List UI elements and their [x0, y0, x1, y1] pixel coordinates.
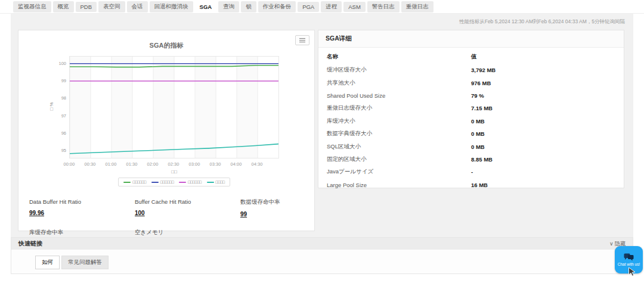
quick-links-title: 快速链接: [18, 240, 42, 248]
x-tick-label: 04:00: [226, 161, 246, 167]
tab-PGA[interactable]: PGA: [298, 2, 319, 12]
y-axis-label: □ %: [49, 102, 54, 110]
tab-警告日志[interactable]: 警告日志: [367, 1, 400, 13]
stat-block: Data Buffer Hit Ratio99.96: [29, 198, 135, 219]
tab-ASM[interactable]: ASM: [343, 2, 366, 12]
details-col-name: 名称: [327, 53, 471, 61]
x-tick-label: 01:00: [101, 161, 121, 167]
x-tick-label: 00:00: [59, 161, 79, 167]
stat-value-link[interactable]: 99: [240, 211, 247, 217]
stat-label: 空きメモリ: [135, 229, 240, 237]
details-row: Large Pool Size16 MB: [327, 179, 615, 191]
details-row: 共享池大小976 MB: [327, 76, 615, 89]
legend-item[interactable]: □□□□□□: [123, 180, 145, 184]
legend-dash-icon: [151, 182, 159, 183]
legend-item[interactable]: □□□□: [207, 180, 225, 184]
quick-links-header: 快速链接 ∨ 隐藏: [11, 238, 633, 250]
tab-监视器信息[interactable]: 监视器信息: [13, 1, 51, 13]
x-tick-label: 02:30: [163, 161, 184, 167]
legend-dash-icon: [179, 182, 186, 183]
x-tick-label: 03:00: [184, 161, 205, 167]
chart-title: SGA的指标: [18, 41, 314, 50]
top-tabs: 监视器信息概览PDB表空间会话回退和撤消块SGA查询锁作业和备份PGA进程ASM…: [13, 1, 435, 13]
details-row-value: 16 MB: [471, 182, 615, 188]
details-header-row: 名称 值: [327, 49, 615, 64]
details-row-value: 0 MB: [471, 144, 615, 150]
tab-进程[interactable]: 进程: [321, 1, 342, 13]
legend-series-name: □□□□□□: [132, 180, 145, 184]
page-root: 监视器信息概览PDB表空间会话回退和撤消块SGA查询锁作业和备份PGA进程ASM…: [0, 0, 644, 283]
tab-回退和撤消块[interactable]: 回退和撤消块: [150, 1, 193, 13]
details-row-value: 0 MB: [471, 118, 615, 125]
stat-label: 库缓存命中率: [29, 229, 135, 237]
chevron-down-icon: ∨: [609, 241, 614, 247]
details-row: 缓冲区缓存大小3,792 MB: [327, 64, 615, 76]
tab-锁[interactable]: 锁: [241, 1, 256, 13]
chat-bubbles-icon: [624, 253, 634, 261]
hide-label: 隐藏: [615, 241, 626, 247]
details-col-value: 值: [471, 53, 615, 61]
quick-links-tab-常见问题解答[interactable]: 常见问题解答: [61, 256, 109, 269]
details-row-value: 8.85 MB: [471, 156, 615, 163]
x-tick-label: 03:30: [205, 161, 225, 167]
details-row: 固定的区域大小8.85 MB: [327, 153, 615, 166]
x-tick-label: 01:30: [122, 161, 142, 167]
content-area: 性能指标从Feb 5,2024 12:30 AM到Feb 6,2024 04:3…: [11, 14, 633, 274]
details-row: 库缓冲大小0 MB: [327, 115, 615, 127]
stat-label: Data Buffer Hit Ratio: [29, 198, 135, 205]
details-row-name: 缓冲区缓存大小: [327, 66, 471, 74]
details-rows: 缓冲区缓存大小3,792 MB共享池大小976 MBShared Pool Us…: [327, 64, 615, 191]
legend-item[interactable]: □□□□□□: [151, 180, 174, 184]
stat-label: 数据缓存命中率: [240, 198, 309, 206]
details-row: 重做日志缓存大小7.15 MB: [327, 102, 615, 114]
details-row-value: 79 %: [471, 92, 615, 99]
x-axis-label: □□: [69, 169, 279, 175]
mouse-cursor: [628, 267, 636, 277]
tab-表空间[interactable]: 表空间: [98, 1, 125, 13]
stat-block: 数据缓存命中率99: [240, 198, 309, 219]
legend-series-name: □□□□: [216, 180, 225, 184]
legend-dash-icon: [123, 182, 131, 183]
y-tick-label: 96: [48, 130, 66, 136]
details-row-value: 976 MB: [471, 80, 615, 86]
tab-重做日志[interactable]: 重做日志: [401, 1, 434, 13]
details-row-value: 7.15 MB: [471, 105, 615, 111]
details-row: SQL区域大小0 MB: [327, 140, 615, 153]
details-row: 数据字典缓存大小0 MB: [327, 127, 615, 140]
details-row: Javaプールサイズ-: [327, 166, 615, 178]
sga-details-panel: SGA详细 名称 值 缓冲区缓存大小3,792 MB共享池大小976 MBSha…: [318, 30, 624, 188]
quick-links-section: 快速链接 ∨ 隐藏 如何常见问题解答: [11, 237, 633, 274]
details-row: Shared Pool Used Size79 %: [327, 89, 615, 102]
details-row-value: -: [471, 169, 615, 175]
tab-查询[interactable]: 查询: [218, 1, 239, 13]
quick-links-body: 如何常见问题解答: [11, 256, 633, 269]
x-tick-label: 00:30: [80, 161, 100, 167]
details-table: 名称 值 缓冲区缓存大小3,792 MB共享池大小976 MBShared Po…: [318, 48, 624, 191]
x-tick-label: 02:00: [143, 161, 163, 167]
details-row-value: 3,792 MB: [471, 67, 615, 73]
details-row-name: Large Pool Size: [327, 182, 471, 188]
tab-SGA[interactable]: SGA: [195, 2, 217, 12]
tab-概览[interactable]: 概览: [53, 1, 74, 13]
y-tick-label: 97: [48, 113, 66, 119]
details-row-name: 数据字典缓存大小: [327, 130, 471, 138]
y-tick-label: 95: [48, 148, 66, 153]
x-tick-label: 04:30: [247, 161, 267, 167]
tab-PDB[interactable]: PDB: [76, 2, 97, 12]
details-row-name: 共享池大小: [327, 79, 471, 87]
details-row-name: Javaプールサイズ: [327, 168, 471, 176]
top-tab-bar: 监视器信息概览PDB表空间会话回退和撤消块SGA查询锁作业和备份PGA进程ASM…: [0, 0, 644, 14]
details-row-name: 库缓冲大小: [327, 117, 471, 125]
stat-value-link[interactable]: 100: [135, 210, 145, 216]
chart-legend-box: □□□□□□□□□□□□□□□□□□□□□□: [118, 178, 230, 186]
tab-作业和备份[interactable]: 作业和备份: [258, 1, 296, 13]
details-row-name: SQL区域大小: [327, 143, 471, 151]
sga-chart-panel: SGA的指标 □ % 1009998979695 00:0000:3001:00…: [18, 30, 315, 231]
details-row-name: 重做日志缓存大小: [327, 104, 471, 112]
chart-plot-area[interactable]: [69, 56, 279, 158]
tab-会话[interactable]: 会话: [127, 1, 148, 13]
legend-item[interactable]: □□□□□□: [179, 180, 201, 184]
quick-links-tab-如何[interactable]: 如何: [35, 256, 60, 269]
stat-value-link[interactable]: 99.96: [29, 210, 44, 216]
chart-legend: □□□□□□□□□□□□□□□□□□□□□□: [69, 178, 279, 186]
